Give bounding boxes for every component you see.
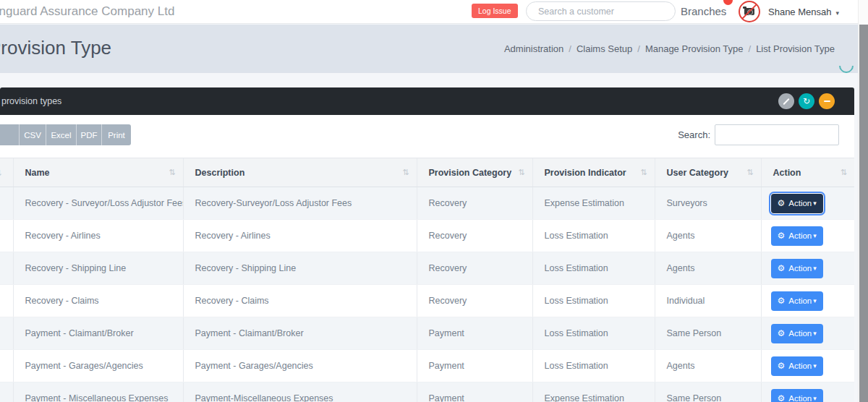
table-cell: [0, 350, 13, 382]
breadcrumb-separator: /: [749, 43, 752, 54]
caret-down-icon: ▾: [813, 265, 817, 272]
table-row: Recovery - Shipping LineRecovery - Shipp…: [0, 252, 854, 285]
table-cell: Loss Estimation: [532, 317, 655, 350]
row-action-button[interactable]: ⚙Action▾: [771, 226, 823, 246]
column-label: Action: [773, 168, 801, 178]
table-row: Recovery - ClaimsRecovery - ClaimsRecove…: [0, 285, 854, 317]
scrollbar-thumb[interactable]: [859, 25, 868, 402]
row-action-button[interactable]: ⚙Action▾: [771, 259, 823, 278]
sort-icon: ⇅: [169, 168, 175, 177]
action-cell: ⚙Action▾: [761, 220, 854, 252]
cogs-icon: ⚙: [778, 361, 786, 371]
column-header-provision-category[interactable]: Provision Category⇅: [417, 158, 532, 187]
action-cell: ⚙Action▾: [761, 252, 854, 285]
action-cell: ⚙Action▾: [761, 350, 854, 382]
panel-title: provision types: [1, 96, 61, 106]
column-label: Name: [25, 168, 50, 178]
row-action-button[interactable]: ⚙Action▾: [771, 194, 823, 213]
export-pdf-button[interactable]: PDF: [76, 124, 101, 145]
breadcrumb-item[interactable]: Manage Provision Type: [645, 43, 744, 54]
sort-icon: ⇅: [0, 168, 1, 177]
sort-icon: ⇅: [841, 168, 847, 177]
table-cell: Payment - Garages/Agencies: [183, 350, 417, 382]
sort-icon: ⇅: [640, 168, 647, 177]
export-button-group: CopyCSVExcelPDFPrint: [0, 124, 131, 145]
table-cell: Recovery - Airlines: [13, 220, 183, 252]
column-header-action[interactable]: Action⇅: [761, 158, 854, 187]
log-issue-button[interactable]: Log Issue: [472, 4, 518, 18]
export-copy-button[interactable]: Copy: [0, 124, 19, 145]
table-cell: Recovery - Shipping Line: [183, 252, 417, 285]
table-cell: Recovery: [417, 252, 532, 285]
table-cell: Recovery - Claims: [183, 285, 417, 317]
cogs-icon: ⚙: [778, 328, 786, 338]
action-label: Action: [788, 264, 812, 273]
breadcrumb-item[interactable]: Claims Setup: [576, 43, 632, 54]
table-header: ⇅Name⇅Description⇅Provision Category⇅Pro…: [0, 158, 854, 187]
table-row: Payment - Garages/AgenciesPayment - Gara…: [0, 350, 854, 382]
cogs-icon: ⚙: [778, 393, 786, 402]
user-menu[interactable]: Shane Mensah▾: [768, 7, 839, 17]
table-cell: [0, 252, 13, 285]
settings-button[interactable]: [778, 93, 794, 109]
refresh-button[interactable]: ↻: [799, 93, 814, 109]
table-cell: Recovery - Claims: [13, 285, 183, 317]
table-cell: Recovery-Surveyor/Loss Adjustor Fees: [183, 187, 417, 220]
column-header[interactable]: ⇅: [0, 158, 13, 187]
export-print-button[interactable]: Print: [101, 124, 131, 145]
table-cell: Same Person: [655, 317, 761, 350]
row-action-button[interactable]: ⚙Action▾: [771, 291, 823, 311]
action-label: Action: [788, 231, 812, 240]
customer-search-input[interactable]: [526, 1, 676, 21]
action-cell: ⚙Action▾: [761, 285, 854, 317]
caret-down-icon: ▾: [813, 232, 817, 239]
table-cell: [0, 285, 13, 317]
sort-icon: ⇅: [518, 168, 524, 177]
table-cell: Recovery - Shipping Line: [13, 252, 183, 285]
vertical-scrollbar: [858, 0, 868, 402]
breadcrumb-item[interactable]: Administration: [504, 43, 563, 54]
column-header-user-category[interactable]: User Category⇅: [655, 158, 761, 187]
table-cell: [0, 220, 13, 252]
column-header-provision-indicator[interactable]: Provision Indicator⇅: [532, 158, 655, 187]
breadcrumb-item[interactable]: List Provision Type: [756, 43, 835, 54]
table-cell: Payment-Miscellaneous Expenses: [183, 382, 417, 402]
table-cell: Payment - Claimant/Broker: [183, 317, 417, 350]
column-header-name[interactable]: Name⇅: [13, 158, 183, 187]
sort-icon: ⇅: [746, 168, 753, 177]
table-cell: Same Person: [655, 382, 761, 402]
export-excel-button[interactable]: Excel: [46, 124, 76, 145]
table-cell: Loss Estimation: [532, 285, 655, 317]
breadcrumb: Administration/Claims Setup/Manage Provi…: [504, 43, 835, 54]
provision-types-panel: provision types ↻ CopyCSVExcelPDFPrint S…: [0, 87, 854, 402]
table-row: Recovery - Surveyor/Loss Adjustor FeesRe…: [0, 187, 854, 220]
refresh-icon: ↻: [803, 96, 810, 106]
table-cell: Payment - Garages/Agencies: [13, 350, 183, 382]
table-cell: Recovery - Surveyor/Loss Adjustor Fees: [13, 187, 183, 220]
collapse-button[interactable]: [819, 93, 835, 109]
search-input[interactable]: [715, 124, 839, 145]
export-csv-button[interactable]: CSV: [19, 124, 46, 145]
search-label: Search:: [678, 129, 710, 140]
titlebar: Provision Type Administration/Claims Set…: [0, 25, 858, 73]
row-action-button[interactable]: ⚙Action▾: [771, 356, 823, 376]
topbar: Vanguard Assurance Company Ltd Log Issue…: [0, 0, 858, 24]
table-cell: Loss Estimation: [532, 252, 655, 285]
wrench-icon: [783, 98, 789, 104]
provision-types-table: ⇅Name⇅Description⇅Provision Category⇅Pro…: [0, 158, 854, 402]
branches-link[interactable]: Branches: [681, 5, 726, 17]
table-cell: Individual: [655, 285, 761, 317]
customer-search: [526, 1, 676, 21]
action-label: Action: [788, 362, 812, 370]
row-action-button[interactable]: ⚙Action▾: [771, 324, 823, 343]
action-cell: ⚙Action▾: [761, 187, 854, 220]
avatar-broken-image-icon[interactable]: [739, 1, 760, 22]
row-action-button[interactable]: ⚙Action▾: [771, 389, 823, 402]
action-label: Action: [788, 296, 812, 305]
table-cell: [0, 317, 13, 350]
panel-header: provision types ↻: [0, 87, 854, 115]
table-cell: [0, 187, 13, 220]
table-cell: Payment - Miscellaneous Expenses: [13, 382, 183, 402]
column-header-description[interactable]: Description⇅: [183, 158, 417, 187]
company-name: Vanguard Assurance Company Ltd: [0, 4, 174, 19]
